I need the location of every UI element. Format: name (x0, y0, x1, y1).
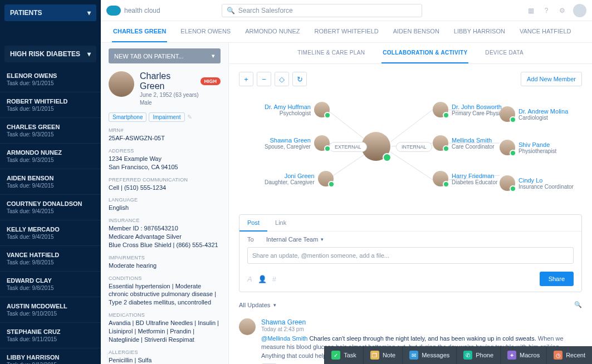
member-role: Care Coordinator (452, 144, 495, 150)
check-icon (510, 116, 516, 123)
sidebar-patient-item[interactable]: AIDEN BENSONTask due: 9/4/2015 (0, 169, 101, 195)
utility-messages[interactable]: ✉Messages (402, 346, 456, 364)
feed-author[interactable]: Shawna Green (261, 318, 582, 326)
member-avatar (433, 135, 448, 151)
patient-tab[interactable]: VANCE HATFIELD (518, 21, 573, 42)
sidebar-patient-item[interactable]: VANCE HATFIELDTask due: 9/8/2015 (0, 246, 101, 272)
global-search[interactable]: 🔍 Search Salesforce (222, 4, 422, 17)
utility-recent[interactable]: ◷Recent (546, 346, 592, 364)
utility-note[interactable]: ❐Note (363, 346, 402, 364)
utility-macros[interactable]: ✦Macros (500, 346, 546, 364)
feed-mention[interactable]: @Mellinda Smith (261, 335, 307, 342)
patient-tab[interactable]: AIDEN BENSON (392, 21, 441, 42)
section-tab[interactable]: DEVICE DATA (484, 43, 525, 63)
care-team-member[interactable]: Dr. John BosworthPrimary Care Physician (433, 102, 510, 117)
patient-item-due: Task due: 9/1/2015 (7, 80, 94, 86)
post-input[interactable]: Share an update, @mention someone, add a… (247, 247, 574, 264)
expand-button[interactable]: ◇ (275, 72, 289, 86)
patient-name: Charles Green (140, 71, 197, 91)
patient-tabs: CHARLES GREENELENOR OWENSARMONDO NUNEZRO… (101, 21, 592, 43)
utility-task[interactable]: ✓Task (324, 346, 363, 364)
care-team-member[interactable]: Shawna GreenSpouse, Caregiver (265, 135, 330, 151)
patient-tab[interactable]: CHARLES GREEN (112, 21, 167, 42)
utility-phone[interactable]: ✆Phone (456, 346, 500, 364)
care-team-member[interactable]: Dr. Amy HuffmanPsychologist (265, 102, 330, 117)
comm-label: PREFERRED COMMUNICATION (109, 177, 221, 183)
chevron-down-icon: ▾ (87, 50, 91, 58)
new-tab-label: NEW TAB ON PATIENT... (114, 53, 183, 60)
allergies-value: Penicillin | Sulfa (109, 356, 221, 364)
member-avatar (433, 102, 448, 117)
add-button[interactable]: + (239, 72, 253, 86)
section-tab[interactable]: TIMELINE & CARE PLAN (296, 43, 366, 63)
sidebar-patient-item[interactable]: COURTNEY DONALDSONTask due: 9/4/2015 (0, 195, 101, 220)
new-tab-button[interactable]: NEW TAB ON PATIENT... ▾ (109, 48, 221, 63)
sidebar-patient-item[interactable]: ROBERT WHITFIELDTask due: 9/1/2015 (0, 92, 101, 118)
sidebar-patient-item[interactable]: CHARLES GREENTask due: 9/3/2015 (0, 118, 101, 144)
share-button[interactable]: Share (540, 272, 574, 286)
tag-smartphone[interactable]: Smartphone (109, 112, 146, 122)
post-tab[interactable]: Post (239, 215, 267, 232)
chevron-down-icon: ▾ (212, 52, 215, 60)
apps-grid-icon[interactable]: ▦ (526, 6, 535, 15)
remove-button[interactable]: − (257, 72, 271, 86)
link-tab[interactable]: Link (267, 215, 294, 231)
care-team-member[interactable]: Dr. Andrew MolinaCardiologist (500, 106, 568, 122)
edit-tags-icon[interactable]: ✎ (187, 114, 192, 121)
utility-label: Recent (566, 352, 585, 358)
mrn-label: MRN# (109, 127, 221, 133)
patient-tab[interactable]: LIBBY HARRISON (453, 21, 506, 42)
patient-item-name: LIBBY HARRISON (7, 354, 94, 361)
svg-line-5 (390, 152, 433, 180)
member-name: Dr. Andrew Molina (518, 108, 568, 115)
sidebar-patient-item[interactable]: KELLY MERCADOTask due: 9/4/2015 (0, 220, 101, 246)
resize-handle-icon[interactable]: ⋮⋮ (98, 352, 102, 361)
user-avatar[interactable] (573, 4, 586, 17)
patient-tab[interactable]: ARMONDO NUNEZ (244, 21, 301, 42)
section-tab[interactable]: COLLABORATION & ACTIVITY (381, 43, 468, 63)
patient-item-due: Task due: 9/4/2015 (7, 208, 94, 214)
sidebar-patient-item[interactable]: ELENOR OWENSTask due: 9/1/2015 (0, 67, 101, 92)
salesforce-logo-icon (106, 6, 121, 16)
gear-icon[interactable]: ⚙ (557, 6, 566, 15)
filter-dropdown[interactable]: HIGH RISK DIABETES ▾ (4, 46, 96, 62)
care-team-member[interactable]: Joni GreenDaughter, Caregiver (265, 171, 334, 186)
sidebar-patient-item[interactable]: AUSTIN MCDOWELLTask due: 9/10/2015 (0, 297, 101, 323)
patient-item-name: KELLY MERCADO (7, 226, 94, 233)
impairments-label: IMPAIRMENTS (109, 255, 221, 260)
text-format-icon[interactable]: A (247, 275, 252, 283)
member-role: Spouse, Caregiver (265, 144, 311, 150)
mention-icon[interactable]: 👤 (258, 275, 267, 283)
hashtag-icon[interactable]: # (272, 275, 276, 283)
to-selector[interactable]: Internal Care Team ▾ (266, 236, 324, 243)
impairments-value: Moderate hearing (109, 262, 221, 270)
patient-tab[interactable]: ELENOR OWENS (179, 21, 232, 42)
sidebar-patient-item[interactable]: ARMONDO NUNEZTask due: 9/3/2015 (0, 144, 101, 169)
patient-name-row: Charles Green HIGH (140, 71, 221, 91)
care-team-member[interactable]: Shiv PandePhysiotherapist (500, 140, 556, 155)
help-icon[interactable]: ? (542, 6, 551, 15)
care-team-member[interactable]: Cindy LoInsurance Coordinator (500, 175, 574, 191)
utility-label: Task (344, 352, 356, 358)
care-team-member[interactable]: Mellinda SmithCare Coordinator (433, 135, 495, 151)
resize-handle-icon[interactable]: ⋮⋮ (226, 352, 229, 361)
sidebar-patient-item[interactable]: LIBBY HARRISONTask due: 9/12/2015 (0, 348, 101, 364)
tag-impairment[interactable]: Impairment (149, 112, 184, 122)
care-team-graph: EXTERNAL INTERNAL Dr. Amy HuffmanPsychol… (239, 86, 582, 203)
patients-dropdown[interactable]: PATIENTS ▾ (4, 4, 96, 21)
patient-avatar (109, 71, 134, 97)
sidebar-patient-item[interactable]: EDWARD CLAYTask due: 9/8/2015 (0, 272, 101, 297)
patient-tab[interactable]: ROBERT WHITEFIELD (314, 21, 380, 42)
graph-toolbar: + − ◇ ↻ Add New Member (239, 72, 582, 86)
member-name: Joni Green (265, 173, 315, 179)
post-tabs: Post Link (239, 215, 581, 232)
refresh-button[interactable]: ↻ (292, 72, 307, 86)
patient-item-due: Task due: 9/8/2015 (7, 259, 94, 265)
sidebar-patient-item[interactable]: STEPHANIE CRUZTask due: 9/11/2015 (0, 323, 101, 348)
updates-filter[interactable]: All Updates ▾ 🔍 (229, 296, 592, 314)
care-team-member[interactable]: Harry FriedmanDiabetes Educator (433, 171, 497, 186)
search-icon[interactable]: 🔍 (574, 301, 582, 308)
workspace: TIMELINE & CARE PLANCOLLABORATION & ACTI… (229, 43, 592, 364)
member-name: Shiv Pande (518, 141, 556, 148)
add-new-member-button[interactable]: Add New Member (521, 72, 582, 86)
